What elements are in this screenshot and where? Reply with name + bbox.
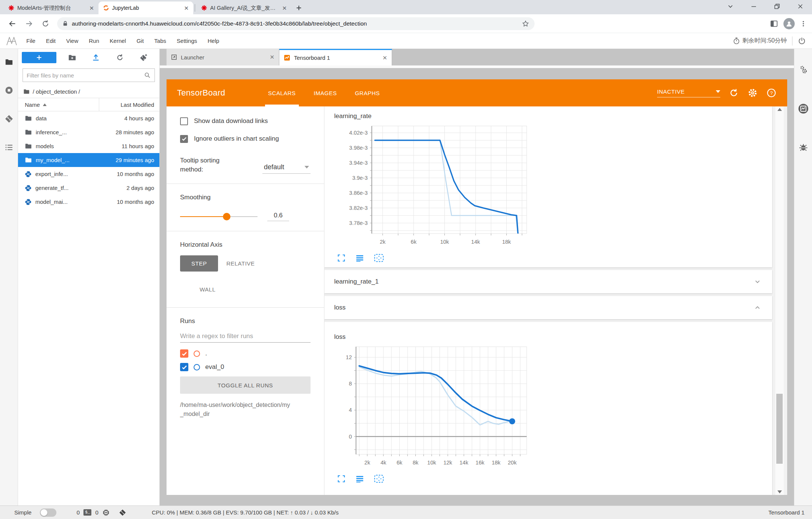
scroll-up-icon[interactable] xyxy=(777,108,782,111)
loss-chart[interactable]: 2k4k6k8k10k12k14k16k18k20k04812 xyxy=(334,343,537,471)
browser-tab-ai-gallery[interactable]: AI Gallery_AI说_文章_发布_华 ✕ xyxy=(197,2,291,14)
file-row[interactable]: generate_tf...2 days ago xyxy=(18,181,159,195)
smoothing-value[interactable]: 0.6 xyxy=(267,212,289,221)
new-launcher-button[interactable] xyxy=(22,52,56,63)
run-checkbox-icon[interactable] xyxy=(180,363,188,371)
running-sessions-status[interactable]: 0 $_ 0 xyxy=(77,509,126,516)
table-of-contents-icon[interactable] xyxy=(5,143,14,152)
slider-knob[interactable] xyxy=(223,213,230,220)
scroll-down-icon[interactable] xyxy=(777,490,782,493)
run-color-radio-icon[interactable] xyxy=(194,351,200,357)
minimize-button[interactable] xyxy=(742,0,765,13)
git-icon[interactable] xyxy=(5,114,14,123)
fit-domain-icon[interactable] xyxy=(374,475,384,483)
section-loss[interactable]: loss xyxy=(324,296,772,319)
section-learning-rate-1[interactable]: learning_rate_1 xyxy=(324,270,772,293)
profile-avatar[interactable] xyxy=(783,18,795,29)
side-panel-icon[interactable] xyxy=(770,20,778,28)
refresh-data-icon[interactable] xyxy=(729,88,739,98)
restore-button[interactable] xyxy=(765,0,789,13)
filter-files-input[interactable] xyxy=(27,72,144,79)
property-inspector-icon[interactable] xyxy=(799,65,808,74)
file-row[interactable]: models11 hours ago xyxy=(18,139,159,153)
debugger-icon[interactable] xyxy=(799,143,808,152)
charts-scrollbar[interactable] xyxy=(775,106,784,495)
tab-launcher[interactable]: Launcher ✕ xyxy=(167,49,279,65)
breadcrumb[interactable]: / object_detection / xyxy=(18,85,159,98)
show-download-links-option[interactable]: Show data download links xyxy=(180,117,311,126)
new-folder-button[interactable] xyxy=(60,52,84,63)
bookmark-star-icon[interactable] xyxy=(522,20,529,27)
upload-button[interactable] xyxy=(84,52,108,63)
running-sessions-icon[interactable] xyxy=(5,86,14,95)
menu-edit[interactable]: Edit xyxy=(41,38,61,44)
forward-button[interactable] xyxy=(22,17,36,31)
menu-help[interactable]: Help xyxy=(202,38,224,44)
file-browser-icon[interactable] xyxy=(5,58,13,66)
close-window-button[interactable] xyxy=(789,0,812,13)
runs-filter-input[interactable] xyxy=(180,330,311,343)
back-button[interactable] xyxy=(5,17,20,31)
tooltip-sorting-dropdown[interactable]: default xyxy=(262,163,311,174)
tb-nav-graphs[interactable]: GRAPHS xyxy=(346,79,389,106)
menu-git[interactable]: Git xyxy=(131,38,149,44)
file-row[interactable]: inference_...28 minutes ago xyxy=(18,125,159,139)
haxis-step-button[interactable]: STEP xyxy=(180,255,218,272)
toggle-y-axis-icon[interactable] xyxy=(355,254,364,262)
run-status-dropdown[interactable]: INACTIVE xyxy=(657,88,720,97)
run-item[interactable]: eval_0 xyxy=(180,363,311,371)
browser-menu-icon[interactable] xyxy=(800,20,807,27)
expand-chart-icon[interactable] xyxy=(337,475,345,483)
toggle-y-axis-icon[interactable] xyxy=(355,475,364,483)
column-name[interactable]: Name xyxy=(18,98,99,111)
git-status-icon[interactable] xyxy=(119,509,126,516)
menu-file[interactable]: File xyxy=(21,38,41,44)
tab-search-icon[interactable] xyxy=(719,0,742,13)
file-row[interactable]: model_mai...10 months ago xyxy=(18,195,159,209)
menu-settings[interactable]: Settings xyxy=(171,38,202,44)
home-folder-icon[interactable] xyxy=(23,88,30,95)
smoothing-slider[interactable] xyxy=(180,216,258,217)
close-icon[interactable]: ✕ xyxy=(270,54,274,61)
refresh-button[interactable] xyxy=(108,52,132,63)
browser-tab-modelarts[interactable]: ModelArts-管理控制台 ✕ xyxy=(4,2,98,14)
checkbox-unchecked-icon[interactable] xyxy=(180,117,188,125)
address-bar[interactable]: authoring-modelarts-cnnorth4.huaweicloud… xyxy=(57,17,535,30)
menu-kernel[interactable]: Kernel xyxy=(105,38,131,44)
scrollbar-thumb[interactable] xyxy=(776,394,783,464)
gear-icon[interactable] xyxy=(747,88,758,98)
close-icon[interactable]: ✕ xyxy=(183,5,189,12)
menu-view[interactable]: View xyxy=(61,38,83,44)
close-icon[interactable]: ✕ xyxy=(88,5,95,12)
run-color-radio-icon[interactable] xyxy=(194,364,200,370)
ignore-outliers-option[interactable]: Ignore outliers in chart scaling xyxy=(180,135,311,143)
toggle-all-runs-button[interactable]: TOGGLE ALL RUNS xyxy=(180,376,311,394)
fit-domain-icon[interactable] xyxy=(374,254,384,262)
close-icon[interactable]: ✕ xyxy=(281,5,288,12)
git-clone-button[interactable] xyxy=(132,52,156,63)
tb-nav-scalars[interactable]: SCALARS xyxy=(259,79,305,106)
tab-tensorboard[interactable]: Tensorboard 1 ✕ xyxy=(279,49,392,65)
help-icon[interactable]: ? xyxy=(766,88,777,98)
run-item[interactable]: . xyxy=(180,349,311,358)
file-row[interactable]: data4 hours ago xyxy=(18,111,159,125)
new-tab-button[interactable] xyxy=(294,3,304,13)
reload-button[interactable] xyxy=(38,17,53,31)
browser-tab-jupyterlab[interactable]: JupyterLab ✕ xyxy=(98,2,193,14)
menu-tabs[interactable]: Tabs xyxy=(149,38,171,44)
learning-rate-chart[interactable]: 2k6k10k14k18k4.02e-33.98e-33.94e-33.9e-3… xyxy=(334,122,537,250)
close-icon[interactable]: ✕ xyxy=(382,55,387,61)
expand-chart-icon[interactable] xyxy=(337,254,345,262)
power-icon[interactable] xyxy=(798,37,806,45)
file-row[interactable]: my_model_...29 minutes ago xyxy=(18,153,159,167)
file-row[interactable]: export_infe...10 months ago xyxy=(18,167,159,181)
tb-nav-images[interactable]: IMAGES xyxy=(305,79,346,106)
tensorboard-panel-icon[interactable] xyxy=(798,103,809,114)
haxis-wall-button[interactable]: WALL xyxy=(191,281,224,297)
simple-mode-toggle[interactable] xyxy=(40,508,56,517)
column-last-modified[interactable]: Last Modified xyxy=(99,102,159,108)
run-checkbox-icon[interactable] xyxy=(180,349,188,358)
haxis-relative-button[interactable]: RELATIVE xyxy=(218,255,263,272)
checkbox-checked-icon[interactable] xyxy=(180,135,188,143)
menu-run[interactable]: Run xyxy=(83,38,105,44)
